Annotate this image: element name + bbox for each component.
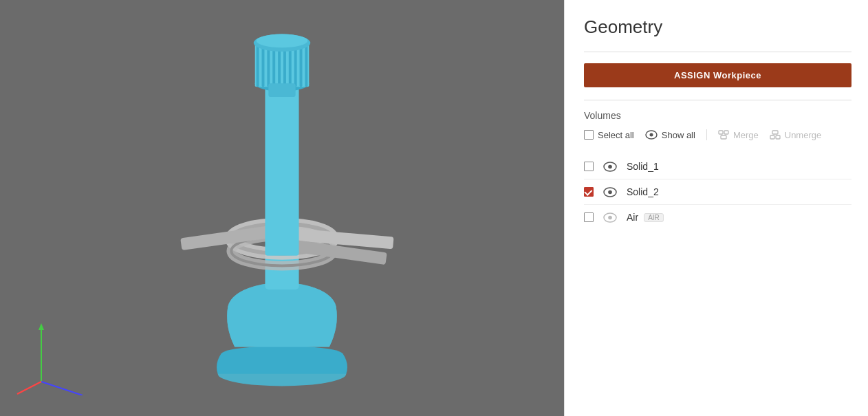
svg-point-30 [649, 133, 653, 137]
volumes-toolbar: Select all Show all Merge [584, 129, 851, 147]
geometry-panel: Geometry ASSIGN Workpiece Volumes Select… [564, 0, 868, 416]
svg-rect-34 [772, 131, 778, 134]
show-all-label: Show all [662, 130, 695, 140]
svg-rect-32 [724, 131, 728, 134]
svg-point-42 [608, 215, 612, 219]
air-name: Air AIR [627, 212, 664, 223]
merge-label: Merge [733, 130, 759, 140]
select-all-toolbar-item[interactable]: Select all [584, 130, 634, 140]
svg-line-28 [17, 382, 41, 394]
solid2-visibility-icon[interactable] [603, 187, 617, 197]
solid1-checkbox[interactable] [584, 162, 594, 171]
volume-row-air: Air AIR [584, 205, 851, 230]
svg-point-40 [608, 190, 612, 194]
merge-icon [718, 130, 729, 140]
solid1-visibility-icon[interactable] [603, 162, 617, 172]
solid2-name: Solid_2 [627, 186, 659, 197]
unmerge-toolbar-item[interactable]: Unmerge [770, 130, 821, 140]
volumes-label: Volumes [584, 110, 851, 121]
show-all-eye-icon [645, 130, 658, 140]
svg-line-27 [41, 382, 83, 395]
air-visibility-icon[interactable] [603, 212, 617, 223]
svg-marker-26 [39, 323, 44, 330]
svg-rect-9 [265, 83, 299, 256]
panel-title: Geometry [584, 17, 851, 38]
air-checkbox[interactable] [584, 212, 594, 222]
assign-workpiece-button[interactable]: ASSIGN Workpiece [584, 63, 851, 87]
svg-rect-35 [770, 135, 774, 139]
merge-toolbar-item[interactable]: Merge [718, 130, 759, 140]
toolbar-separator [706, 129, 707, 140]
svg-rect-12 [257, 43, 259, 87]
solid2-checkbox[interactable] [584, 187, 594, 197]
svg-rect-31 [719, 131, 723, 134]
unmerge-label: Unmerge [785, 130, 821, 140]
select-all-label: Select all [598, 130, 634, 140]
volume-row-solid1: Solid_1 [584, 154, 851, 179]
solid1-name: Solid_1 [627, 161, 659, 172]
unmerge-icon [770, 130, 781, 140]
divider-top [584, 52, 851, 52]
3d-viewport[interactable] [0, 0, 564, 416]
svg-rect-36 [776, 135, 780, 139]
axis-indicator [14, 320, 89, 395]
svg-rect-24 [268, 83, 295, 97]
volume-row-solid2: Solid_2 [584, 179, 851, 205]
svg-rect-21 [305, 43, 307, 87]
svg-point-23 [257, 34, 308, 47]
svg-point-38 [608, 164, 612, 168]
air-badge: AIR [644, 213, 664, 222]
divider-mid [584, 100, 851, 100]
select-all-checkbox[interactable] [584, 130, 594, 140]
svg-rect-33 [721, 135, 726, 139]
show-all-toolbar-item[interactable]: Show all [645, 130, 695, 140]
